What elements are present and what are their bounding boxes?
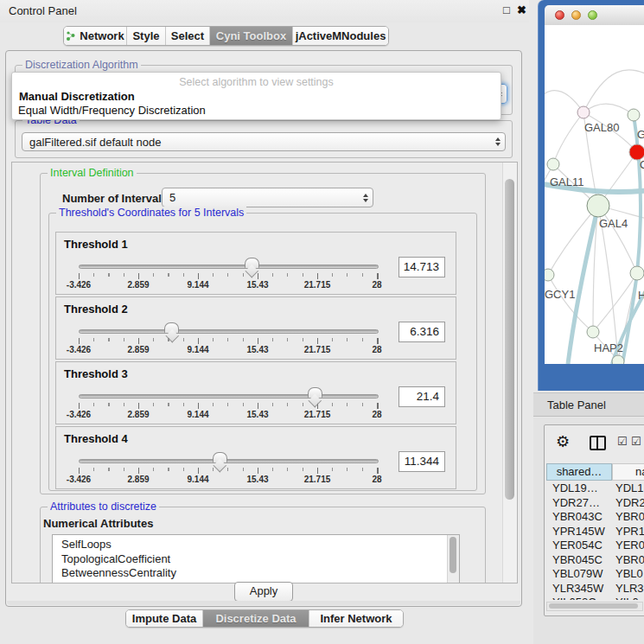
node-gal4[interactable] [587, 194, 609, 217]
table-panel-title: Table Panel [533, 392, 644, 417]
close-icon[interactable]: ✖ [517, 3, 526, 16]
tab-select[interactable]: Select [165, 27, 209, 45]
threshold-panel: Threshold 3 -3.4262.8599.14415.4321.7152… [55, 361, 456, 424]
tab-network[interactable]: Network [64, 27, 126, 45]
minimize-button[interactable] [571, 10, 581, 20]
network-graph: GAL80 G C GAL11 GAL4 GCY1 H HAP2 [545, 25, 644, 364]
tick-label: 21.715 [304, 345, 331, 354]
slider-thumb[interactable] [213, 452, 227, 462]
network-canvas[interactable]: GAL80 G C GAL11 GAL4 GCY1 H HAP2 [545, 25, 644, 364]
slider-track[interactable] [79, 459, 379, 463]
threshold-panel: Threshold 1 -3.4262.8599.14415.4321.7152… [55, 232, 456, 295]
node-right[interactable] [630, 266, 644, 280]
settings-vertical-scrollbar[interactable] [502, 163, 517, 583]
table-row[interactable]: YDR27…YDR2 [546, 496, 644, 511]
screen: Control Panel □ ✖ Network Style Select C… [0, 0, 644, 644]
network-window-titlebar[interactable] [545, 5, 644, 26]
apply-button[interactable]: Apply [234, 582, 293, 602]
tab-discretize-data[interactable]: Discretize Data [202, 610, 309, 627]
attribute-list-item[interactable]: TopologicalCoefficient [53, 552, 447, 567]
scrollbar-thumb[interactable] [505, 179, 514, 500]
checkbox-checked-icon[interactable]: ☑ [631, 435, 641, 448]
tick-label: 21.715 [304, 280, 331, 290]
scrollbar-thumb[interactable] [549, 603, 638, 609]
table-row[interactable]: YBL079WYBL0 [546, 567, 644, 582]
slider-track[interactable] [79, 394, 379, 399]
number-of-intervals-combobox[interactable]: 5 [162, 188, 373, 207]
slider-major-ticks [79, 403, 379, 409]
table-data-combobox[interactable]: galFiltered.sif default node [22, 132, 506, 151]
float-window-icon[interactable]: □ [503, 3, 510, 16]
table-row[interactable]: YBR043CYBR0 [546, 510, 644, 525]
tab-cyni-toolbox[interactable]: Cyni Toolbox [209, 27, 292, 45]
tick-label: -3.426 [67, 280, 91, 290]
slider-thumb[interactable] [308, 387, 322, 398]
svg-text:GAL11: GAL11 [550, 175, 584, 188]
threshold-label: Threshold 3 [64, 367, 128, 380]
settings-scroll-area: Interval Definition Number of Intervals … [11, 162, 518, 583]
tick-label: 9.144 [187, 280, 208, 290]
table-row[interactable]: YIL052CYIL0 [546, 596, 644, 600]
table-row[interactable]: YDL19…YDL1 [546, 481, 644, 496]
attribute-list-item[interactable]: SelfLoops [53, 538, 447, 552]
threshold-label: Threshold 1 [64, 238, 128, 251]
scrollbar-thumb[interactable] [450, 537, 456, 573]
tab-jactivemnodules[interactable]: jActiveMNodules [292, 27, 388, 45]
node-gal11[interactable] [547, 158, 559, 170]
node-gal80[interactable] [577, 106, 590, 118]
slider-track[interactable] [79, 265, 379, 269]
table-row[interactable]: YBR045CYBR0 [546, 553, 644, 568]
node-hap2[interactable] [587, 326, 599, 338]
dropdown-option-manual-discretization[interactable]: Manual Discretization [19, 90, 135, 103]
table-row[interactable]: YLR345WYLR3 [546, 582, 644, 596]
node-bottom[interactable] [612, 355, 624, 364]
tick-label: 28 [372, 345, 381, 354]
svg-text:GAL80: GAL80 [584, 121, 619, 134]
tab-style[interactable]: Style [126, 27, 165, 45]
checkbox-checked-icon[interactable]: ☑ [617, 435, 628, 448]
threshold-value-field[interactable]: 6.316 [399, 322, 445, 342]
slider-track[interactable] [79, 329, 379, 334]
tick-label: 2.859 [127, 345, 149, 354]
combo-arrows-icon [363, 188, 368, 207]
tab-impute-data[interactable]: Impute Data [126, 610, 202, 627]
tick-label: 21.715 [304, 410, 331, 419]
node-gcy1[interactable] [545, 269, 554, 281]
attribute-list-item[interactable]: BetweennessCentrality [53, 566, 447, 581]
numerical-attributes-list[interactable]: SelfLoopsTopologicalCoefficientBetweenne… [52, 534, 460, 583]
threshold-value-field[interactable]: 11.344 [399, 451, 445, 472]
attributes-scrollbar[interactable] [447, 535, 459, 583]
tick-label: -3.426 [67, 345, 91, 354]
threshold-label: Threshold 2 [64, 303, 128, 316]
slider-major-ticks [79, 468, 379, 474]
network-icon [66, 31, 76, 41]
column-header-shared-name[interactable]: shared… [546, 463, 612, 481]
column-header-name[interactable]: na [612, 463, 644, 481]
control-panel-titlebar: Control Panel □ ✖ [0, 0, 529, 22]
table-panel: ⚙ ☑ ☑ shared… na YDL19…YDL1YDR27…YDR2YBR… [533, 418, 644, 644]
split-columns-icon[interactable] [590, 436, 606, 450]
slider-thumb[interactable] [164, 322, 179, 333]
discretization-algorithm-group-label: Discretization Algorithm [22, 59, 141, 71]
tick-label: 15.43 [246, 345, 268, 354]
tick-label: 2.859 [127, 410, 149, 419]
dropdown-option-equal-width-frequency[interactable]: Equal Width/Frequency Discretization [18, 104, 206, 117]
gear-icon[interactable]: ⚙ [556, 432, 570, 451]
close-button[interactable] [555, 10, 564, 20]
interval-definition-group-label: Interval Definition [48, 167, 137, 179]
threshold-label: Threshold 4 [64, 432, 128, 445]
network-view-window: GAL80 G C GAL11 GAL4 GCY1 H HAP2 [538, 0, 644, 391]
tab-infer-network[interactable]: Infer Network [309, 610, 403, 627]
tick-label: 15.43 [246, 410, 268, 419]
table-row[interactable]: YER054CYER0 [546, 539, 644, 553]
table-horizontal-scrollbar[interactable] [546, 602, 643, 611]
table-row[interactable]: YPR145WYPR1 [546, 525, 644, 539]
tick-label: 28 [372, 410, 381, 419]
attributes-group-label: Attributes to discretize [48, 501, 159, 513]
zoom-button[interactable] [588, 10, 597, 20]
numerical-attributes-label: Numerical Attributes [43, 517, 153, 530]
node-top-right[interactable] [628, 109, 640, 121]
threshold-value-field[interactable]: 14.713 [399, 257, 445, 277]
threshold-value-field[interactable]: 21.4 [399, 386, 445, 407]
slider-thumb[interactable] [245, 258, 259, 268]
